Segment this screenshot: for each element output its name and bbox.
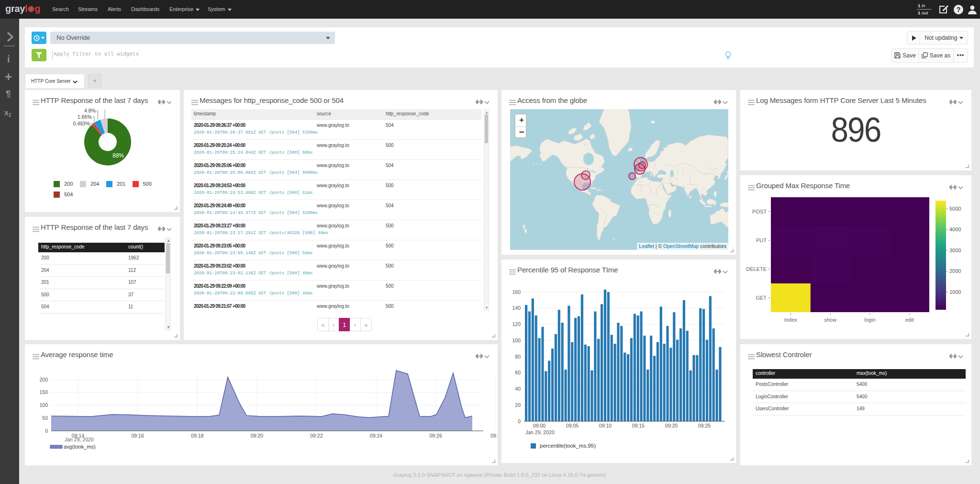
svg-text:5000: 5000 <box>949 206 961 212</box>
svg-text:09:26: 09:26 <box>429 433 442 439</box>
svg-text:login: login <box>864 317 875 323</box>
svg-text:0: 0 <box>518 418 521 424</box>
svg-text:100: 100 <box>512 338 521 343</box>
svg-text:200: 200 <box>39 377 48 383</box>
svg-text:0.493%: 0.493% <box>73 121 90 126</box>
svg-text:Jan 29, 2020: Jan 29, 2020 <box>525 429 555 435</box>
svg-text:40: 40 <box>515 386 521 392</box>
svg-text:09:15: 09:15 <box>632 423 645 428</box>
svg-text:09:24: 09:24 <box>370 433 382 439</box>
svg-text:09:2: 09:2 <box>490 433 498 439</box>
svg-text:DELETE: DELETE <box>746 266 767 272</box>
svg-text:140: 140 <box>512 305 521 311</box>
svg-text:120: 120 <box>512 321 521 327</box>
svg-text:20: 20 <box>515 402 521 408</box>
svg-text:4000: 4000 <box>949 226 961 232</box>
svg-text:show: show <box>824 317 836 323</box>
svg-text:88%: 88% <box>112 152 124 159</box>
svg-text:09:10: 09:10 <box>599 423 612 428</box>
svg-text:4.8%: 4.8% <box>84 108 96 113</box>
svg-text:1.66%: 1.66% <box>78 114 92 120</box>
svg-text:100: 100 <box>39 402 48 408</box>
svg-text:POST: POST <box>752 209 767 214</box>
svg-text:09:20: 09:20 <box>251 433 263 439</box>
svg-text:avg(took_ms): avg(took_ms) <box>64 444 96 450</box>
svg-text:Index: Index <box>784 317 797 323</box>
svg-text:09:00: 09:00 <box>533 423 546 428</box>
svg-text:09:22: 09:22 <box>310 433 323 439</box>
svg-text:0: 0 <box>45 428 48 434</box>
svg-text:2000: 2000 <box>949 268 961 274</box>
svg-text:Jan 29, 2020: Jan 29, 2020 <box>65 437 94 442</box>
svg-text:09:16: 09:16 <box>131 433 144 439</box>
svg-text:60: 60 <box>515 370 521 375</box>
svg-text:1000: 1000 <box>949 289 961 295</box>
svg-text:09:20: 09:20 <box>665 423 678 428</box>
svg-text:50: 50 <box>42 415 48 421</box>
svg-text:09:25: 09:25 <box>698 423 711 428</box>
svg-text:3000: 3000 <box>949 248 961 253</box>
svg-text:09:05: 09:05 <box>566 423 579 428</box>
svg-text:150: 150 <box>39 389 48 395</box>
svg-text:?: ? <box>957 6 961 13</box>
svg-text:160: 160 <box>512 289 521 295</box>
svg-text:PUT: PUT <box>756 237 767 243</box>
svg-text:percentile(took_ms,95): percentile(took_ms,95) <box>540 443 596 449</box>
svg-text:80: 80 <box>515 354 521 360</box>
svg-text:09:18: 09:18 <box>191 433 203 439</box>
svg-text:edit: edit <box>905 317 914 323</box>
svg-text:GET: GET <box>756 295 767 301</box>
